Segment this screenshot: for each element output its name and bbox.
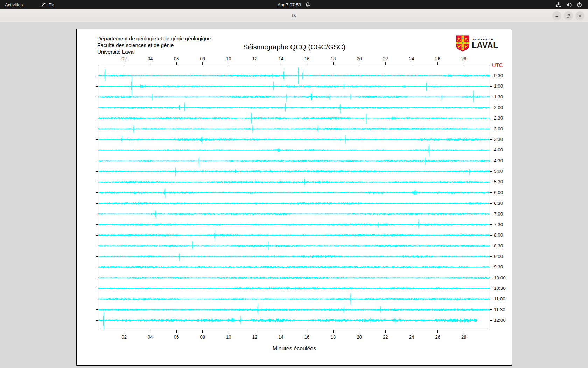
- minimize-button[interactable]: [552, 11, 561, 20]
- y-axis-tick: [96, 129, 98, 129]
- y-axis-time-label: 2:00: [494, 105, 511, 110]
- clock-menu[interactable]: Apr 7 07:59: [274, 0, 314, 9]
- y-axis-time-label: 1:30: [494, 94, 511, 100]
- activities-button[interactable]: Activities: [0, 0, 28, 9]
- x-axis-tick-label: 26: [431, 56, 445, 61]
- y-axis-tick: [96, 214, 98, 214]
- x-axis-tick-label: 26: [431, 334, 445, 340]
- x-axis-tick: [438, 62, 438, 65]
- x-axis-tick: [464, 62, 464, 65]
- y-axis-tick: [490, 139, 492, 140]
- y-axis-tick: [490, 256, 492, 257]
- y-axis-tick: [96, 150, 98, 150]
- y-axis-time-label: 6:00: [494, 190, 511, 196]
- y-axis-tick: [96, 256, 98, 257]
- utc-label: UTC: [492, 62, 503, 68]
- header-line: Département de géologie et de génie géol…: [97, 35, 211, 42]
- x-axis-title: Minutes écoulées: [77, 346, 512, 352]
- x-axis-tick: [281, 330, 281, 333]
- y-axis-tick: [96, 267, 98, 267]
- gnome-top-bar: Activities Tk Apr 7 07:59: [0, 0, 588, 9]
- x-axis-tick: [229, 330, 229, 333]
- x-axis-tick: [333, 330, 334, 333]
- x-axis-tick: [412, 62, 412, 65]
- x-axis-tick-label: 18: [326, 56, 340, 61]
- y-axis-tick: [96, 182, 98, 182]
- y-axis-tick: [96, 171, 98, 172]
- y-axis-time-label: 7:30: [494, 222, 511, 227]
- y-axis-tick: [96, 76, 98, 76]
- y-axis-tick: [96, 288, 98, 288]
- y-axis-tick: [490, 108, 492, 108]
- desktop: Activities Tk Apr 7 07:59: [0, 0, 588, 368]
- y-axis-tick: [96, 139, 98, 140]
- x-axis-tick: [202, 330, 203, 333]
- y-axis-tick: [490, 86, 492, 87]
- x-axis-tick-label: 22: [378, 56, 392, 61]
- x-axis-tick: [307, 330, 307, 333]
- y-axis-time-label: 12:00: [494, 318, 511, 323]
- y-axis-tick: [490, 76, 492, 76]
- x-axis-tick: [412, 330, 412, 333]
- y-axis-time-label: 5:30: [494, 179, 511, 185]
- y-axis-tick: [96, 299, 98, 299]
- x-axis-tick: [150, 62, 150, 65]
- y-axis-tick: [96, 278, 98, 278]
- x-axis-tick-label: 06: [169, 56, 183, 61]
- x-axis-tick-label: 02: [117, 56, 131, 61]
- x-axis-tick: [255, 330, 255, 333]
- y-axis-tick: [490, 97, 492, 97]
- x-axis-tick: [385, 330, 386, 333]
- x-axis-tick-label: 12: [248, 334, 262, 340]
- y-axis-time-label: 4:30: [494, 158, 511, 164]
- logo-text-laval: LAVAL: [472, 41, 498, 49]
- x-axis-tick-label: 20: [352, 334, 366, 340]
- y-axis-tick: [96, 86, 98, 87]
- y-axis-time-label: 3:00: [494, 126, 511, 132]
- x-axis-tick-label: 20: [352, 56, 366, 61]
- x-axis-tick: [229, 62, 229, 65]
- seismogram-plot: [98, 65, 490, 330]
- y-axis-tick: [490, 118, 492, 118]
- y-axis-time-label: 0:30: [494, 73, 511, 79]
- x-axis-tick-label: 24: [405, 56, 419, 61]
- y-axis-tick: [96, 203, 98, 204]
- y-axis-tick: [96, 192, 98, 193]
- y-axis-time-label: 8:00: [494, 232, 511, 238]
- y-axis-tick: [96, 309, 98, 310]
- y-axis-tick: [490, 203, 492, 204]
- y-axis-time-label: 4:00: [494, 147, 511, 153]
- x-axis-tick: [176, 62, 177, 65]
- y-axis-tick: [490, 246, 492, 246]
- x-axis-tick-label: 14: [274, 334, 288, 340]
- y-axis-tick: [96, 235, 98, 236]
- y-axis-tick: [490, 161, 492, 161]
- seismogram-traces-canvas: [98, 65, 490, 330]
- y-axis-tick: [490, 309, 492, 310]
- y-axis-tick: [490, 278, 492, 278]
- y-axis-time-label: 9:00: [494, 254, 511, 259]
- plot-title: Séismographe QCQ (CGC/GSC): [77, 43, 512, 51]
- x-axis-tick-label: 28: [457, 56, 471, 61]
- x-axis-tick: [385, 62, 386, 65]
- focused-app-menu[interactable]: Tk: [37, 0, 57, 9]
- system-status-area[interactable]: [550, 0, 588, 9]
- y-axis-tick: [490, 320, 492, 321]
- y-axis-time-label: 9:30: [494, 264, 511, 270]
- y-axis-tick: [490, 150, 492, 150]
- maximize-icon: [566, 14, 570, 18]
- y-axis-tick: [490, 235, 492, 236]
- x-axis-tick: [359, 330, 359, 333]
- y-axis-tick: [96, 224, 98, 225]
- y-axis-tick: [490, 288, 492, 288]
- x-axis-tick-label: 16: [300, 334, 314, 340]
- y-axis-tick: [96, 246, 98, 246]
- y-axis-tick: [490, 214, 492, 214]
- y-axis-tick: [490, 192, 492, 193]
- window-title: tk: [292, 13, 296, 18]
- maximize-button[interactable]: [564, 11, 573, 20]
- x-axis-tick: [281, 62, 281, 65]
- x-axis-tick: [124, 330, 124, 333]
- x-axis-tick-label: 08: [196, 334, 210, 340]
- close-button[interactable]: [575, 11, 584, 20]
